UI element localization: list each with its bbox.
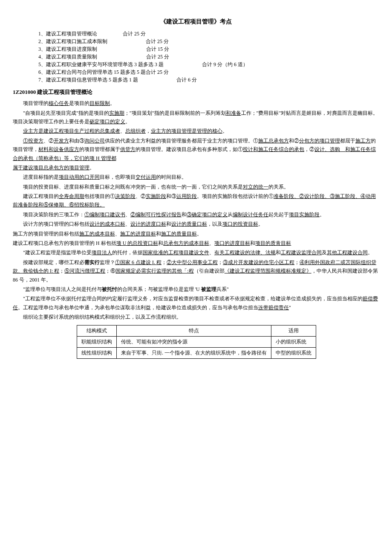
table-row: 线性组织结构 来自于军事、只街. 一个指令源、在大的组织系统中，指令路径有 中型… bbox=[77, 347, 316, 358]
paragraph: 建设工程项目的全寿命周期包括项目的①决策阶段、②实施阶段和③运用阶段。项目的实施… bbox=[13, 192, 379, 209]
paragraph: ①投资方、②开发方和由③询问公司供应的代袭业主方利益的项目管理服务都屈于业主方的… bbox=[13, 137, 379, 163]
toc-item: 4、建设工程项目质量限制合计 25 分 bbox=[38, 53, 379, 61]
paragraph: 项目的投资目标、进度目标和质量口标之间既有冲突的一面，也有统一的一面，它们之间的… bbox=[13, 183, 379, 191]
toc-item: 1、建设工程项目管理概论合计 25 分 bbox=[38, 30, 379, 38]
table-cell: 中型的组织系统 bbox=[271, 347, 316, 358]
paragraph: 设计方的项口管理的口标包括设计的成本口标、设计的进度口标和设计的质量口标，以及项… bbox=[13, 220, 379, 228]
table-header: 结构模式 bbox=[77, 325, 117, 336]
table-cell: 传统、可能有如冲突的指令源 bbox=[117, 336, 271, 347]
toc-item: 6、建设工程合同与合同管理单选 15 题多选 5 题合计 25 分 bbox=[38, 68, 379, 76]
paragraph: "监理单位与项目法人之间是托付与被托忖的合同关系；与被监理单位是监理 'U 被监… bbox=[13, 285, 379, 293]
paragraph: "自项目起先至项目完成"指的是项目的实施期；"项目策划"指的是目标限制前的一系列… bbox=[13, 109, 379, 126]
table-header: 适用 bbox=[271, 325, 316, 336]
paragraph: 项目管理的核心任务是项目的目标限制。 bbox=[13, 99, 379, 108]
paragraph: 业主方是建设工程项目生产过程的总集成者、总组织者，业主方的项目管理是管理的核心。 bbox=[13, 127, 379, 135]
paragraph: 进度目标指的是项目动用的口开同目标，也即项目交付运用的时间目标。 bbox=[13, 173, 379, 181]
table-cell: 线性组织结构 bbox=[77, 347, 117, 358]
toc-item: 7、建设工程项目信息管理单选 5 题多选 1 题合计 6 分 bbox=[38, 76, 379, 84]
toc-item: 2、建设工程项口施工成本限制合计 25 分 bbox=[38, 38, 379, 45]
org-structure-table: 结构模式 特点 适用 职能组织结构 传统、可能有如冲突的指令源 小的组织系统 线… bbox=[77, 325, 316, 359]
paragraph: 建设工程项口总承包方的项目管理的 H 标包括项 U 的总投资口标和总承包方的成本… bbox=[13, 239, 379, 247]
table-header-row: 结构模式 特点 适用 bbox=[77, 325, 316, 336]
paragraph: "工程监理单位不依据托付监理合同的约定履行监理义务，对应当监督检查的项目不检查或… bbox=[13, 294, 379, 312]
table-cell: 小的组织系统 bbox=[271, 336, 316, 347]
paragraph: 组织论主要探讨系统的组织结构模式和组织分工，以及工作流程组织。 bbox=[13, 313, 379, 321]
paragraph: 属于建设项目总承包方的项目管理。 bbox=[13, 163, 379, 172]
paragraph: 项目决策阶段的三项工作：①编制项口建议书、②编制可行性探讨报告和③确定项口的定义… bbox=[13, 210, 379, 219]
table-header: 特点 bbox=[117, 325, 271, 336]
table-cell: 职能组织结构 bbox=[77, 336, 117, 347]
paragraph: "建设工程监理是指监理单位受项目法人的托付，依据国家批准的工程项目建设文件、有关… bbox=[13, 248, 379, 257]
toc: 1、建设工程项目管理概论合计 25 分 2、建设工程项口施工成本限制合计 25 … bbox=[38, 30, 379, 84]
paragraph: 施工方的项目管理的目标包括施工的成本目标、施工的进度目标和施工的质量目标。 bbox=[13, 230, 379, 238]
toc-item: 5、建设工程职业健康平安与环境管理单选 3 题多选 3 题合计 9 分（约 6 … bbox=[38, 61, 379, 68]
toc-item: 3、建设工程项目进度限制合计 15 分 bbox=[38, 45, 379, 53]
table-cell: 来自于军事、只街. 一个指令源、在大的组织系统中，指令路径有 bbox=[117, 347, 271, 358]
table-row: 职能组织结构 传统、可能有如冲突的指令源 小的组织系统 bbox=[77, 336, 316, 347]
section-header: 1Z201000 建设工程项目管理概论 bbox=[13, 88, 379, 97]
paragraph: 按建设部规定，哪些工程必需实行监理？①国家 6 点建设 I. 程；②大中型公用事… bbox=[13, 258, 379, 284]
doc-title: 《建设工程项目管理》考点 bbox=[13, 17, 379, 26]
